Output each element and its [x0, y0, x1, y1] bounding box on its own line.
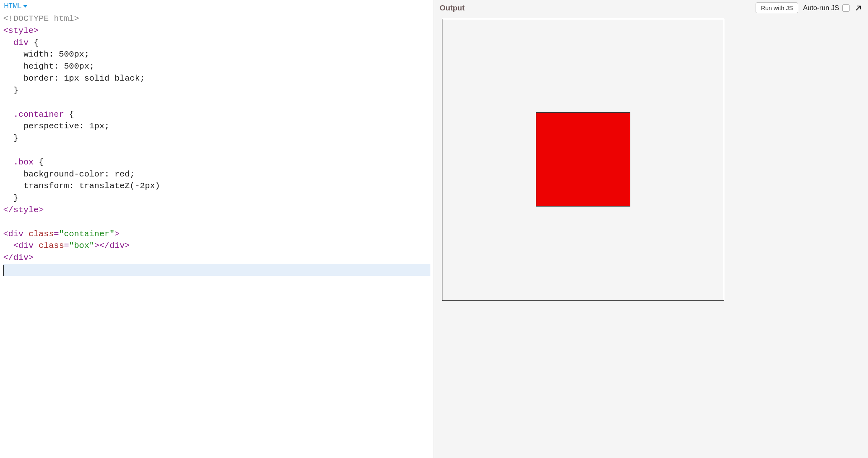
- run-button[interactable]: Run with JS: [756, 2, 798, 13]
- code-line[interactable]: </style>: [3, 204, 430, 216]
- code-line[interactable]: <!DOCTYPE html>: [3, 13, 430, 25]
- autorun-label-text: Auto-run JS: [803, 4, 839, 12]
- code-line[interactable]: <style>: [3, 25, 430, 37]
- code-line[interactable]: </div>: [3, 252, 430, 264]
- code-line[interactable]: transform: translateZ(-2px): [3, 180, 430, 192]
- editor-header: HTML: [0, 0, 434, 11]
- code-line[interactable]: [3, 216, 430, 228]
- code-line[interactable]: <div class="container">: [3, 228, 430, 240]
- code-line[interactable]: <div class="box"></div>: [3, 240, 430, 252]
- code-line[interactable]: [3, 97, 430, 109]
- code-line[interactable]: background-color: red;: [3, 168, 430, 180]
- code-line[interactable]: }: [3, 132, 430, 144]
- language-label: HTML: [4, 2, 22, 10]
- output-pane: Output Run with JS Auto-run JS: [434, 0, 868, 458]
- output-header: Output Run with JS Auto-run JS: [434, 0, 868, 15]
- code-line[interactable]: width: 500px;: [3, 49, 430, 61]
- code-editor[interactable]: <!DOCTYPE html><style> div { width: 500p…: [0, 11, 434, 458]
- code-line[interactable]: div {: [3, 37, 430, 49]
- autorun-toggle[interactable]: Auto-run JS: [803, 4, 850, 12]
- code-line[interactable]: }: [3, 85, 430, 97]
- output-preview-box: [536, 112, 630, 207]
- editor-pane: HTML <!DOCTYPE html><style> div { width:…: [0, 0, 434, 458]
- autorun-checkbox[interactable]: [842, 4, 850, 12]
- expand-icon[interactable]: [854, 4, 862, 12]
- code-line[interactable]: [3, 144, 430, 156]
- output-preview-container: [442, 19, 724, 301]
- code-line[interactable]: border: 1px solid black;: [3, 73, 430, 85]
- code-line[interactable]: perspective: 1px;: [3, 120, 430, 132]
- chevron-down-icon: [23, 5, 27, 8]
- code-line-active[interactable]: [3, 264, 430, 276]
- code-line[interactable]: .box {: [3, 156, 430, 168]
- code-line[interactable]: }: [3, 192, 430, 204]
- svg-line-0: [856, 6, 860, 10]
- text-cursor: [3, 265, 4, 276]
- code-line[interactable]: height: 500px;: [3, 61, 430, 73]
- code-line[interactable]: .container {: [3, 109, 430, 121]
- language-dropdown[interactable]: HTML: [4, 2, 27, 10]
- output-label: Output: [440, 4, 751, 12]
